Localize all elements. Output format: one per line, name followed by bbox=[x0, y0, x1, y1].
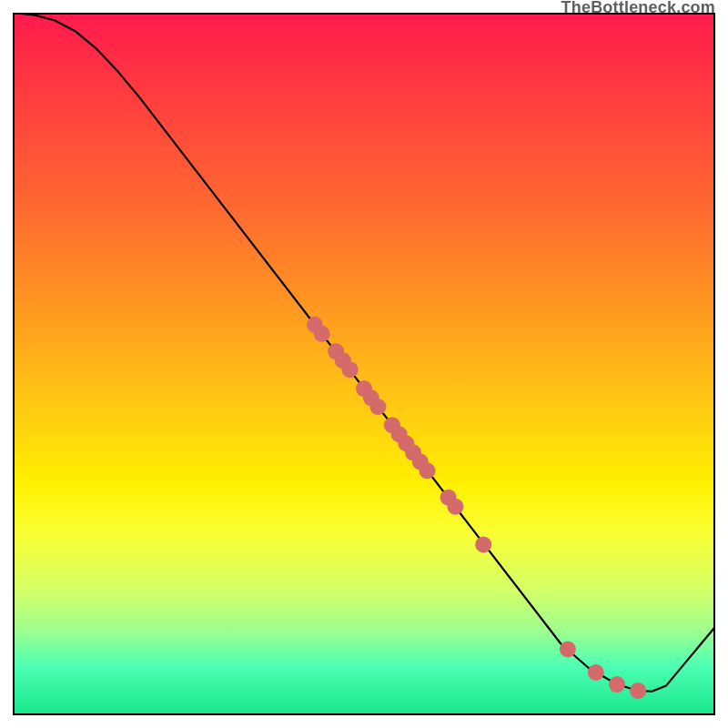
data-point-1 bbox=[314, 326, 330, 342]
data-point-15 bbox=[447, 499, 463, 515]
data-point-13 bbox=[419, 462, 435, 479]
data-point-markers bbox=[307, 317, 646, 699]
data-point-20 bbox=[630, 682, 646, 699]
chart-svg-layer bbox=[13, 13, 715, 715]
data-point-7 bbox=[369, 399, 386, 415]
data-point-16 bbox=[475, 536, 491, 552]
chart-container: TheBottleneck.com bbox=[0, 0, 728, 728]
data-point-17 bbox=[560, 641, 576, 657]
data-point-19 bbox=[609, 676, 625, 693]
bottleneck-curve-path bbox=[13, 13, 715, 692]
bottleneck-curve bbox=[13, 13, 715, 692]
data-point-18 bbox=[588, 664, 604, 681]
plot-area bbox=[13, 13, 715, 715]
watermark-label: TheBottleneck.com bbox=[561, 0, 715, 17]
data-point-4 bbox=[342, 361, 359, 378]
